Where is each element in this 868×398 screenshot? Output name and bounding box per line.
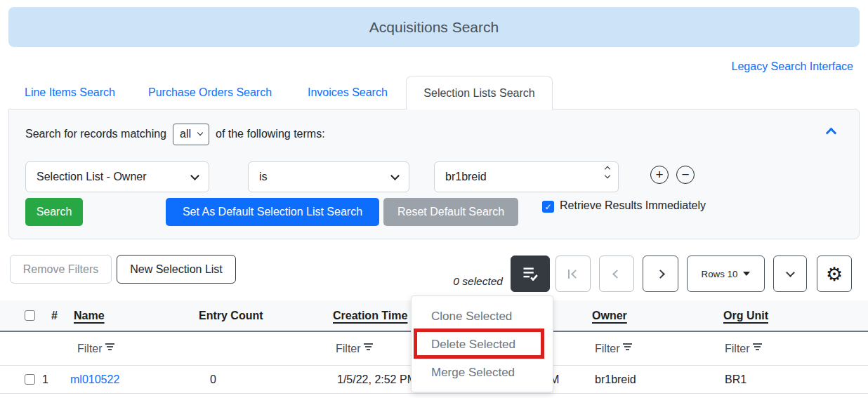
filter-label: Filter bbox=[595, 343, 620, 355]
chevron-down-icon bbox=[190, 171, 199, 180]
filter-org-unit[interactable]: Filter bbox=[725, 332, 762, 365]
chevron-down-icon bbox=[786, 268, 795, 277]
previous-page-button[interactable] bbox=[599, 256, 634, 292]
collapse-panel-chevron-up-icon[interactable] bbox=[826, 128, 837, 139]
tab-purchase-orders-search[interactable]: Purchase Orders Search bbox=[148, 76, 272, 109]
new-selection-list-button[interactable]: New Selection List bbox=[117, 255, 236, 284]
row-number: 1 bbox=[42, 366, 48, 393]
checkbox-icon bbox=[25, 374, 35, 385]
entry-count-value: 0 bbox=[210, 366, 216, 393]
chevron-left-icon bbox=[571, 270, 580, 279]
column-header-owner[interactable]: Owner bbox=[592, 300, 627, 331]
menu-item-merge-selected[interactable]: Merge Selected bbox=[412, 359, 553, 387]
search-button-label: Search bbox=[37, 206, 72, 218]
filter-label: Filter bbox=[725, 343, 750, 355]
legacy-search-interface-link[interactable]: Legacy Search Interface bbox=[732, 60, 853, 73]
set-default-search-label: Set As Default Selection List Search bbox=[183, 206, 362, 218]
new-selection-list-label: New Selection List bbox=[130, 263, 223, 276]
actions-menu-button[interactable] bbox=[511, 256, 550, 292]
retrieve-results-label: Retrieve Results Immediately bbox=[560, 199, 706, 212]
gear-icon bbox=[826, 265, 843, 284]
match-row: Search for records matching all of the f… bbox=[25, 122, 325, 146]
filter-icon bbox=[105, 343, 114, 350]
column-header-org-unit[interactable]: Org Unit bbox=[723, 300, 768, 331]
creation-time-value: 1/5/22, 2:52 PM bbox=[337, 366, 416, 393]
page-title-banner: Acquisitions Search bbox=[8, 7, 860, 47]
filter-name[interactable]: Filter bbox=[77, 332, 114, 365]
column-header-number: # bbox=[51, 300, 58, 331]
expand-toolbar-button[interactable] bbox=[773, 256, 807, 292]
search-terms-panel: Search for records matching all of the f… bbox=[8, 109, 860, 239]
minus-circle-icon: − bbox=[681, 168, 689, 181]
reset-default-search-label: Reset Default Search bbox=[397, 206, 504, 218]
acquisitions-search-page: Acquisitions Search Legacy Search Interf… bbox=[0, 0, 868, 398]
tab-invoices-search[interactable]: Invoices Search bbox=[308, 76, 388, 109]
chevron-left-icon bbox=[612, 270, 622, 279]
rows-per-page-button[interactable]: Rows 10 bbox=[687, 256, 765, 292]
checkbox-icon bbox=[25, 310, 35, 321]
remove-filters-label: Remove Filters bbox=[23, 263, 99, 276]
remove-filters-button[interactable]: Remove Filters bbox=[10, 255, 112, 284]
tab-selection-lists-search[interactable]: Selection Lists Search bbox=[406, 76, 553, 110]
search-term-input[interactable] bbox=[434, 161, 619, 192]
search-term-field-wrap bbox=[434, 161, 619, 192]
add-search-term-button[interactable]: + bbox=[650, 166, 669, 184]
spinner-up-icon[interactable] bbox=[605, 166, 610, 172]
plus-circle-icon: + bbox=[655, 168, 663, 181]
column-header-name[interactable]: Name bbox=[74, 300, 105, 331]
org-unit-value: BR1 bbox=[725, 366, 747, 393]
search-field-select[interactable]: Selection List - Owner bbox=[25, 161, 209, 192]
match-type-value: all bbox=[180, 128, 191, 140]
column-header-entry-count: Entry Count bbox=[199, 300, 263, 331]
search-operator-select[interactable]: is bbox=[248, 161, 409, 192]
grid-settings-button[interactable] bbox=[817, 256, 852, 292]
row-checkbox[interactable] bbox=[25, 366, 35, 393]
retrieve-results-checkbox[interactable] bbox=[542, 201, 554, 213]
first-page-button[interactable] bbox=[555, 256, 591, 292]
reset-default-search-button[interactable]: Reset Default Search bbox=[383, 198, 518, 226]
selected-count-label: 0 selected bbox=[442, 275, 503, 288]
filter-icon bbox=[753, 343, 762, 350]
chevron-down-icon bbox=[390, 171, 400, 180]
match-suffix-label: of the following terms: bbox=[216, 128, 325, 140]
selection-list-name-link[interactable]: ml010522 bbox=[70, 366, 119, 393]
filter-creation-time[interactable]: Filter bbox=[336, 332, 373, 365]
first-page-icon bbox=[568, 270, 570, 279]
page-title: Acquisitions Search bbox=[369, 19, 499, 36]
caret-down-icon bbox=[743, 272, 750, 276]
column-header-creation-time[interactable]: Creation Time bbox=[333, 300, 407, 331]
tab-line-items-search[interactable]: Line Items Search bbox=[25, 76, 115, 109]
search-operator-value: is bbox=[259, 171, 268, 183]
list-check-icon bbox=[522, 267, 539, 281]
actions-dropdown-menu: Clone Selected Delete Selected Merge Sel… bbox=[411, 296, 553, 392]
tab-selection-lists-search-label: Selection Lists Search bbox=[423, 87, 534, 100]
search-button[interactable]: Search bbox=[25, 198, 83, 226]
filter-icon bbox=[364, 343, 373, 350]
select-all-checkbox[interactable] bbox=[25, 300, 35, 331]
set-default-search-button[interactable]: Set As Default Selection List Search bbox=[166, 198, 379, 226]
spinner-down-icon[interactable] bbox=[605, 173, 610, 178]
filter-label: Filter bbox=[77, 343, 103, 355]
chevron-right-icon bbox=[656, 270, 665, 279]
owner-value: br1breid bbox=[595, 366, 636, 393]
term-spinner[interactable] bbox=[605, 167, 610, 178]
match-prefix-label: Search for records matching bbox=[25, 128, 166, 140]
next-page-button[interactable] bbox=[643, 256, 678, 292]
rows-per-page-label: Rows 10 bbox=[702, 269, 738, 279]
menu-item-clone-selected[interactable]: Clone Selected bbox=[412, 303, 553, 331]
match-type-select[interactable]: all bbox=[173, 124, 209, 145]
search-field-value: Selection List - Owner bbox=[37, 171, 147, 183]
filter-label: Filter bbox=[336, 343, 361, 355]
filter-owner[interactable]: Filter bbox=[595, 332, 632, 365]
chevron-down-icon bbox=[197, 130, 203, 135]
menu-item-delete-selected[interactable]: Delete Selected bbox=[412, 331, 553, 359]
filter-icon bbox=[623, 343, 632, 350]
remove-search-term-button[interactable]: − bbox=[676, 166, 695, 184]
